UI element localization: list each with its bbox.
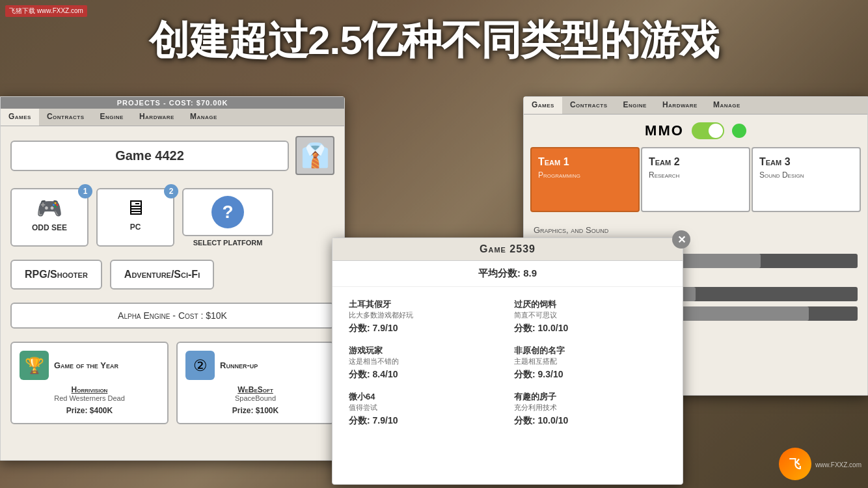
cost-header: PROJECTS - COST: $70.00K <box>1 97 344 109</box>
question-icon: ? <box>211 196 244 228</box>
award-card-goty: 🏆 Game of the Year Horrivision Red Weste… <box>10 342 169 424</box>
mmo-indicator <box>732 124 746 138</box>
tab-contracts-right[interactable]: Contracts <box>562 97 616 114</box>
award-company-runner: WeBeSoft <box>185 385 325 394</box>
tab-games-left[interactable]: Games <box>1 109 39 126</box>
logo-icon: 飞 <box>779 448 811 480</box>
reviewer-name-1: 过厌的饲料 <box>514 299 666 310</box>
review-comment-5: 充分利用技术 <box>514 403 666 413</box>
select-platform-label: Select Platform <box>193 239 263 247</box>
platform-pc[interactable]: 2 🖥 PC <box>96 188 174 247</box>
select-platform-btn[interactable]: ? <box>182 188 273 236</box>
team-1-role: Programming <box>538 170 632 180</box>
review-comment-1: 简直不可思议 <box>514 310 666 320</box>
platform-name-1: Odd See <box>21 223 77 232</box>
review-score-2: 分数: 8.4/10 <box>349 369 501 381</box>
mmo-row: MMO <box>524 115 867 147</box>
award-company-goty: Horrivision <box>20 385 159 394</box>
review-comment-3: 主题相互搭配 <box>514 357 666 366</box>
odd-see-icon: 🎮 <box>21 196 77 221</box>
award-game-goty: Red Westerners Dead <box>20 394 159 402</box>
award-game-runner: SpaceBound <box>185 394 325 402</box>
reviewer-name-2: 游戏玩家 <box>349 345 501 357</box>
right-panel-tabs: Games Contracts Engine Hardware Manage <box>524 97 867 115</box>
toggle-knob <box>709 124 723 138</box>
team-card-2[interactable]: Team 2 Research <box>641 147 750 212</box>
reviewer-name-5: 有趣的房子 <box>514 391 666 403</box>
genre-rpg-shooter[interactable]: RPG/Shooter <box>10 260 102 290</box>
avg-score: 平均分数: 8.9 <box>332 261 683 287</box>
team-1-name: Team 1 <box>538 156 632 168</box>
review-score-3: 分数: 9.3/10 <box>514 369 666 381</box>
team-2-role: Research <box>649 170 742 180</box>
center-panel: ✕ Game 2539 平均分数: 8.9 土耳其假牙 比大多数游戏都好玩 分数… <box>332 237 683 485</box>
tab-manage-right[interactable]: Manage <box>705 97 748 114</box>
research-description: Graphics, and Sound <box>534 225 858 235</box>
team-3-name: Team 3 <box>759 156 853 168</box>
review-comment-0: 比大多数游戏都好玩 <box>349 310 501 320</box>
reviewer-name-4: 微小64 <box>349 391 501 403</box>
platform-row: 1 🎮 Odd See 2 🖥 PC ? Select Platform <box>10 188 334 247</box>
award-header-goty: 🏆 Game of the Year <box>20 351 159 380</box>
platform-name-2: PC <box>107 223 163 232</box>
review-comment-2: 这是相当不错的 <box>349 357 501 366</box>
review-score-4: 分数: 7.9/10 <box>349 415 501 427</box>
tab-hardware-left[interactable]: Hardware <box>131 109 182 126</box>
watermark-top: 飞猪下载 www.FXXZ.com <box>5 5 87 17</box>
main-title: 创建超过2.5亿种不同类型的游戏 <box>0 13 868 68</box>
pc-icon: 🖥 <box>107 196 163 220</box>
review-score-0: 分数: 7.9/10 <box>349 323 501 334</box>
award-card-runner: ② Runner-up WeBeSoft SpaceBound Prize: $… <box>176 342 334 424</box>
center-panel-title: Game 2539 <box>332 238 683 261</box>
left-panel-tabs: Games Contracts Engine Hardware Manage <box>1 109 344 126</box>
game-name-row: Game 4422 👔 <box>10 136 334 175</box>
team-3-role: Sound Design <box>759 170 853 180</box>
trophy-gold-icon: 🏆 <box>20 351 49 380</box>
review-item-3: 非原创的名字 主题相互搭配 分数: 9.3/10 <box>508 340 673 386</box>
select-platform-wrapper[interactable]: ? Select Platform <box>182 188 273 247</box>
genre-row: RPG/Shooter Adventure/Sci-Fi <box>10 260 334 290</box>
award-title-runner: Runner-up <box>220 360 258 370</box>
platform-odd-see[interactable]: 1 🎮 Odd See <box>10 188 88 247</box>
tab-contracts-left[interactable]: Contracts <box>39 109 92 126</box>
mmo-label: MMO <box>645 122 684 139</box>
team-2-name: Team 2 <box>649 156 742 168</box>
awards-row: 🏆 Game of the Year Horrivision Red Weste… <box>10 342 334 424</box>
award-title-goty: Game of the Year <box>54 360 118 370</box>
review-comment-4: 值得尝试 <box>349 403 501 413</box>
award-prize-goty: Prize: $400K <box>20 406 159 415</box>
avatar[interactable]: 👔 <box>295 136 334 175</box>
left-panel-content: Game 4422 👔 1 🎮 Odd See 2 🖥 PC ? Select … <box>1 126 344 434</box>
platform-badge-2: 2 <box>164 184 178 198</box>
tab-engine-right[interactable]: Engine <box>616 97 655 114</box>
left-panel: PROJECTS - COST: $70.00K Games Contracts… <box>0 96 345 461</box>
review-item-2: 游戏玩家 这是相当不错的 分数: 8.4/10 <box>342 340 508 386</box>
close-button[interactable]: ✕ <box>672 230 690 249</box>
review-score-1: 分数: 10.0/10 <box>514 323 666 334</box>
review-item-5: 有趣的房子 充分利用技术 分数: 10.0/10 <box>508 386 673 432</box>
team-card-3[interactable]: Team 3 Sound Design <box>752 147 861 212</box>
award-header-runner: ② Runner-up <box>185 351 325 380</box>
trophy-silver-icon: ② <box>185 351 215 380</box>
teams-row: Team 1 Programming Team 2 Research Team … <box>524 147 867 219</box>
platform-badge-1: 1 <box>78 184 92 198</box>
review-item-0: 土耳其假牙 比大多数游戏都好玩 分数: 7.9/10 <box>342 293 508 340</box>
tab-manage-left[interactable]: Manage <box>182 109 225 126</box>
review-item-1: 过厌的饲料 简直不可思议 分数: 10.0/10 <box>508 293 673 340</box>
logo-watermark: 飞 www.FXXZ.com <box>779 448 861 481</box>
tab-games-right[interactable]: Games <box>524 97 562 114</box>
genre-adventure-scifi[interactable]: Adventure/Sci-Fi <box>110 260 214 290</box>
reviewer-name-3: 非原创的名字 <box>514 345 666 357</box>
logo-text: www.FXXZ.com <box>815 461 861 468</box>
team-card-1[interactable]: Team 1 Programming <box>530 147 640 212</box>
tab-engine-left[interactable]: Engine <box>92 109 131 126</box>
reviewer-name-0: 土耳其假牙 <box>349 299 501 310</box>
tab-hardware-right[interactable]: Hardware <box>655 97 705 114</box>
reviews-grid: 土耳其假牙 比大多数游戏都好玩 分数: 7.9/10 过厌的饲料 简直不可思议 … <box>332 287 683 439</box>
mmo-toggle[interactable] <box>692 122 724 139</box>
engine-selector[interactable]: Alpha Engine - Cost : $10K <box>10 303 334 329</box>
review-item-4: 微小64 值得尝试 分数: 7.9/10 <box>342 386 508 432</box>
award-prize-runner: Prize: $100K <box>185 406 325 415</box>
game-name-input[interactable]: Game 4422 <box>10 141 289 171</box>
review-score-5: 分数: 10.0/10 <box>514 415 666 427</box>
